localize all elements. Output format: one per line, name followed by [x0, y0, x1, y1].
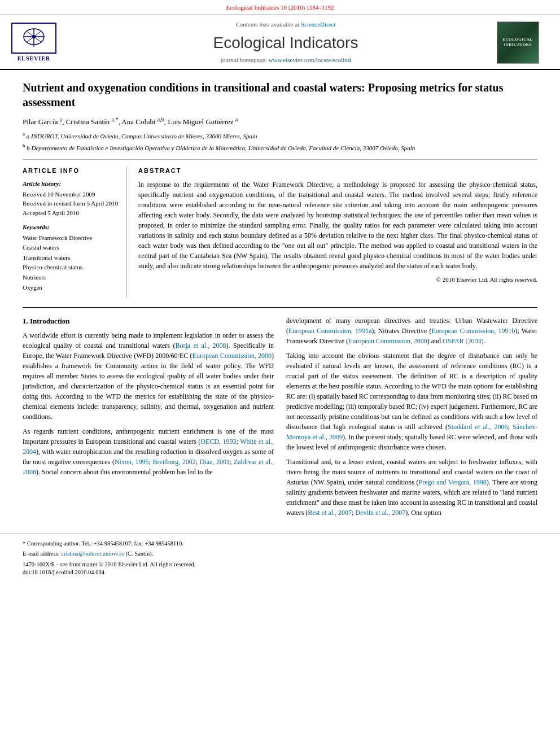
journal-title-area: Contents lists available at ScienceDirec…: [79, 20, 492, 64]
keyword-6: Oxygen: [23, 283, 119, 293]
footnote-symbol: *: [23, 540, 25, 547]
body-divider: [23, 307, 537, 308]
divider-1: [23, 159, 537, 160]
body-para-3: development of many european directives …: [286, 316, 537, 346]
abstract-text: In response to the requirements of the W…: [138, 180, 537, 271]
article-history: Article history: Received 10 November 20…: [23, 180, 119, 217]
abstract-label: ABSTRACT: [138, 167, 537, 175]
keyword-4: Physico-chemical status: [23, 263, 119, 273]
journal-cover-image: ECOLOGICAL INDICATORS: [497, 21, 539, 64]
journal-url[interactable]: www.elsevier.com/locate/ecolind: [269, 56, 351, 63]
author-gutierrez: Luis Miguel Gutiérrez a: [168, 117, 238, 126]
footnote: * Corresponding author. Tel.: +34 985458…: [23, 540, 537, 548]
body-para-1: A worldwide effort is currently being ma…: [23, 330, 274, 422]
article-authors: Pilar García a, Cristina Santín a,*, Ana…: [23, 115, 537, 127]
author-colubi: Ana Colubi a,b,: [121, 117, 168, 126]
keywords-label: Keywords:: [23, 223, 119, 231]
page: Ecological Indicators 10 (2010) 1184–119…: [0, 0, 560, 747]
elsevier-label: ELSEVIER: [18, 55, 51, 63]
ref-white[interactable]: White et al., 2004: [23, 438, 274, 456]
ref-ec1991a[interactable]: European Commission, 1991a: [288, 327, 371, 335]
footer-ids: 1470-160X/$ – see front matter © 2010 El…: [23, 561, 537, 577]
ref-oecd[interactable]: OECD, 1993: [200, 438, 236, 445]
journal-cover-text: ECOLOGICAL INDICATORS: [497, 37, 539, 47]
email-attribution: (C. Santín).: [126, 551, 154, 557]
author-garcia: Pilar García a,: [23, 117, 66, 126]
elsevier-logo: ELSEVIER: [11, 23, 56, 63]
body-col-right: development of many european directives …: [286, 316, 537, 522]
journal-title: Ecological Indicators: [79, 32, 492, 54]
abstract-column: ABSTRACT In response to the requirements…: [138, 167, 537, 298]
accepted-date: Accepted 5 April 2010: [23, 208, 119, 218]
article-content: Nutrient and oxygenation conditions in t…: [0, 70, 560, 534]
section1-heading: 1. Introduction: [23, 316, 274, 327]
publisher-logo-area: ELSEVIER: [11, 23, 79, 63]
ref-devlin[interactable]: Devlin et al., 2007: [355, 509, 405, 517]
sciencedirect-anchor[interactable]: ScienceDirect: [301, 21, 336, 28]
keyword-5: Nutrients: [23, 273, 119, 283]
ref-ec1991b[interactable]: European Commission, 1991b: [432, 327, 515, 335]
author-santin: Cristina Santín a,*,: [66, 117, 122, 126]
ref-breitburg[interactable]: Breitburg, 2002: [152, 458, 195, 466]
citation-bar: Ecological Indicators 10 (2010) 1184–119…: [0, 0, 560, 15]
email-link[interactable]: cristina@indurot.uniovi.es: [61, 551, 125, 557]
footnote-text: Corresponding author. Tel.: +34 98545810…: [27, 540, 183, 547]
ref-best[interactable]: Best et al., 2007: [308, 509, 352, 517]
affiliation-a: a a INDUROT, Universidad de Oviedo, Camp…: [23, 130, 537, 141]
article-footer: * Corresponding author. Tel.: +34 985458…: [0, 534, 560, 582]
copyright-text: © 2010 Elsevier Ltd. All rights reserved…: [138, 276, 537, 284]
citation-text: Ecological Indicators 10 (2010) 1184–119…: [226, 4, 334, 11]
body-para-5: Transitional and, to a lesser extent, co…: [286, 457, 537, 518]
ref-prego[interactable]: Prego and Vergara, 1998: [419, 478, 487, 486]
ref-ospar[interactable]: OSPAR (2003): [443, 337, 484, 345]
email-footnote: E-mail address: cristina@indurot.uniovi.…: [23, 550, 537, 558]
elsevier-tree-icon: [14, 25, 54, 51]
info-abstract-section: ARTICLE INFO Article history: Received 1…: [23, 167, 537, 298]
journal-homepage: journal homepage: www.elsevier.com/locat…: [79, 56, 492, 64]
affiliation-b: b b Departamento de Estadística e Invest…: [23, 142, 537, 152]
body-para-2: As regards nutrient conditions, anthropo…: [23, 426, 274, 477]
ref-nixon[interactable]: Nixon, 1995: [115, 458, 149, 466]
article-info-label: ARTICLE INFO: [23, 167, 119, 175]
revised-date: Received in revised form 5 April 2010: [23, 199, 119, 208]
article-info-column: ARTICLE INFO Article history: Received 1…: [23, 167, 127, 298]
body-section: 1. Introduction A worldwide effort is cu…: [23, 316, 537, 522]
journal-header: ELSEVIER Contents lists available at Sci…: [0, 15, 560, 70]
email-label: E-mail address:: [23, 551, 60, 557]
ref-diaz[interactable]: Díaz, 2001: [200, 458, 230, 466]
history-label: Article history:: [23, 180, 119, 188]
keyword-3: Transitional waters: [23, 253, 119, 263]
keyword-2: Coastal waters: [23, 243, 119, 253]
elsevier-logo-box: [11, 23, 56, 54]
received-date: Received 10 November 2009: [23, 190, 119, 199]
ref-ec2000b[interactable]: European Commission, 2000: [348, 337, 427, 345]
ref-ec2000[interactable]: European Commission, 2000: [193, 352, 272, 360]
ref-borja[interactable]: Borja et al., 2008: [175, 342, 226, 350]
doi-line: doi:10.1016/j.ecolind.2010.04.004: [23, 569, 537, 577]
journal-cover-area: ECOLOGICAL INDICATORS: [492, 21, 543, 64]
keyword-1: Water Framework Directive: [23, 233, 119, 243]
sciencedirect-link: Contents lists available at ScienceDirec…: [79, 20, 492, 29]
body-col-left: 1. Introduction A worldwide effort is cu…: [23, 316, 274, 522]
issn-line: 1470-160X/$ – see front matter © 2010 El…: [23, 561, 537, 569]
keywords-section: Keywords: Water Framework Directive Coas…: [23, 223, 119, 292]
article-title: Nutrient and oxygenation conditions in t…: [23, 80, 537, 110]
ref-stoddard[interactable]: Stoddard et al., 2006: [448, 423, 508, 431]
body-para-4: Taking into account the obvious statemen…: [286, 351, 537, 452]
